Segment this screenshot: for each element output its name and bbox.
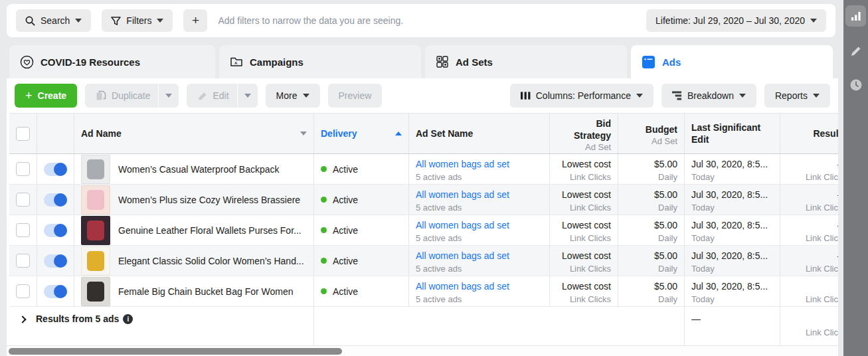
toggle-column-header [37,114,74,153]
ad-active-toggle[interactable] [44,285,67,298]
ads-table-panel: + Create Duplicate Edit More Previe [7,78,838,356]
expand-results-chevron-icon[interactable] [19,315,26,323]
product-image [87,221,104,240]
horizontal-scrollbar[interactable] [7,345,838,356]
preview-button[interactable]: Preview [328,84,383,108]
right-side-rail [843,0,868,356]
bid-strategy-value: Lowest cost [562,250,611,262]
edit-button[interactable]: Edit [187,84,236,108]
ad-active-toggle[interactable] [44,224,67,237]
ad-set-subtext: 5 active ads [416,171,462,183]
bid-strategy-sub: Link Clicks [570,171,611,183]
row-checkbox[interactable] [16,254,30,268]
last-edit-sub: Today [691,293,715,306]
breakdown-icon [672,91,682,100]
bid-strategy-sub: Link Clicks [570,262,611,275]
ad-set-subtext: 5 active ads [416,201,462,214]
more-button[interactable]: More [266,84,320,108]
delivery-column-header[interactable]: Delivery [314,114,409,153]
ad-active-toggle[interactable] [44,163,67,176]
horizontal-scrollbar-thumb[interactable] [9,348,342,355]
columns-button[interactable]: Columns: Performance [510,84,653,108]
ad-set-subtext: 5 active ads [416,293,462,306]
breakdown-label: Breakdown [687,90,734,101]
filter-input-placeholder[interactable]: Add filters to narrow the data you are s… [218,15,646,26]
budget-value: $5.00 [654,189,677,201]
bid-strategy-column-header[interactable]: Bid Strategy Ad Set [550,114,618,153]
results-value: — [837,219,838,232]
last-edit-header-label: Last Significant Edit [691,122,773,145]
bid-strategy-sub: Link Clicks [570,232,611,244]
ad-set-link[interactable]: All women bags ad set [416,280,509,293]
sort-ascending-icon[interactable] [395,132,402,135]
ad-name-link[interactable]: Women’s Casual Waterproof Backpack [118,164,280,175]
create-button[interactable]: + Create [15,84,77,108]
breakdown-button[interactable]: Breakdown [661,84,756,108]
last-edit-column-header[interactable]: Last Significant Edit [685,114,780,153]
sort-caret-icon[interactable] [300,132,307,135]
ad-set-link[interactable]: All women bags ad set [416,219,509,232]
tab-ads[interactable]: Ads [631,45,833,78]
ad-name-link[interactable]: Elegant Classic Solid Color Women’s Hand… [118,256,304,266]
ads-manager-page: Search Filters + Add filters to narrow t… [0,0,868,356]
ad-set-link[interactable]: All women bags ad set [416,189,509,201]
budget-sub: Daily [658,232,677,244]
performance-charts-button[interactable] [845,5,866,27]
product-image [87,190,104,210]
ad-name-column-header[interactable]: Ad Name [74,114,314,153]
budget-column-header[interactable]: Budget Ad Set [618,114,685,153]
table-row: Elegant Classic Solid Color Women’s Hand… [9,246,838,276]
ad-name-link[interactable]: Female Big Chain Bucket Bag For Women [118,286,294,297]
edit-pencil-icon [197,91,207,101]
filter-funnel-icon [111,16,121,26]
ad-active-toggle[interactable] [44,193,67,207]
select-all-checkbox[interactable] [16,127,30,141]
heart-circle-icon [20,55,34,69]
row-checkbox[interactable] [16,284,30,298]
toggle-knob-icon [54,163,67,176]
info-icon[interactable]: i [123,314,133,324]
ad-set-name-column-header[interactable]: Ad Set Name [409,114,550,153]
budget-value: $5.00 [654,219,677,232]
product-image [87,159,104,179]
ad-active-toggle[interactable] [44,254,67,268]
add-filter-button[interactable]: + [183,9,207,32]
chevron-down-icon [165,94,172,98]
tab-covid-resources[interactable]: COVID-19 Resources [9,45,215,78]
delivery-status: Active [333,286,358,297]
row-checkbox[interactable] [16,193,30,207]
edit-label: Edit [213,90,228,101]
toggle-knob-icon [54,224,67,237]
ad-name-link[interactable]: Women’s Plus size Cozy Wireless Brassier… [118,195,300,205]
results-column-header[interactable]: Results [780,114,838,153]
tab-ad-sets-label: Ad Sets [456,56,493,68]
edit-panel-button[interactable] [850,45,862,60]
last-edit-value: Jul 30, 2020, 8:5... [691,219,768,232]
search-dropdown-button[interactable]: Search [16,9,91,32]
date-range-label: Lifetime: Jul 29, 2020 – Jul 30, 2020 [655,15,805,26]
tab-ad-sets[interactable]: Ad Sets [425,45,627,78]
ad-set-subtext: 5 active ads [416,232,462,244]
filters-dropdown-button[interactable]: Filters [102,9,173,32]
search-label: Search [41,15,70,26]
tab-campaigns[interactable]: A Campaigns [219,45,421,78]
delivery-status: Active [333,256,358,266]
history-button[interactable] [849,78,863,94]
date-range-button[interactable]: Lifetime: Jul 29, 2020 – Jul 30, 2020 [646,9,826,32]
gray-backpack-thumbnail [81,155,110,184]
level-tabs: COVID-19 Resources A Campaigns Ad Sets A… [9,45,833,78]
results-sub: Link Clicks [806,201,838,214]
ad-name-link[interactable]: Genuine Leather Floral Wallets Purses Fo… [118,225,302,236]
row-checkbox[interactable] [16,162,30,176]
duplicate-dropdown-button[interactable] [159,84,179,108]
reports-button[interactable]: Reports [764,84,830,108]
ad-set-link[interactable]: All women bags ad set [416,158,509,171]
last-edit-sub: Today [691,232,715,244]
ad-set-link[interactable]: All women bags ad set [416,250,509,262]
plus-icon: + [192,13,199,28]
row-checkbox[interactable] [16,223,30,237]
edit-dropdown-button[interactable] [238,84,258,108]
toggle-knob-icon [54,193,67,207]
duplicate-button[interactable]: Duplicate [85,84,158,108]
duplicate-label: Duplicate [112,90,150,101]
